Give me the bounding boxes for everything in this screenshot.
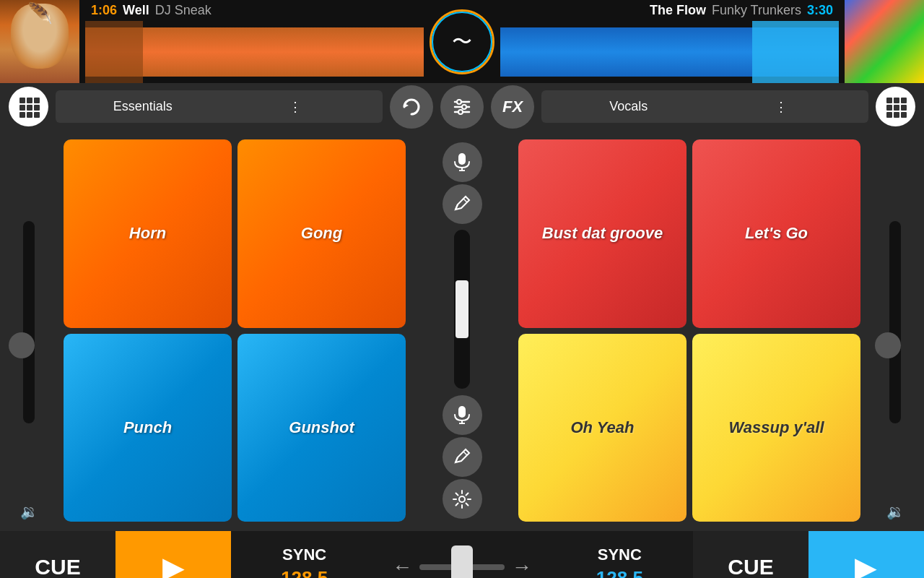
tempo-slider-container: ← → [378, 531, 546, 578]
left-track-section: 1:06 Well DJ Sneak [79, 0, 430, 83]
right-dropdown[interactable]: Vocals ⋮ [541, 90, 868, 123]
tempo-right-arrow[interactable]: → [512, 556, 532, 578]
svg-rect-19 [886, 105, 892, 111]
left-volume-control [23, 141, 35, 503]
left-mic-button[interactable] [443, 142, 482, 182]
left-time: 1:06 [91, 3, 117, 18]
right-waveform[interactable] [500, 21, 839, 83]
svg-point-15 [458, 110, 463, 114]
right-track-section: The Flow Funky Trunkers 3:30 [494, 0, 845, 83]
right-volume-thumb[interactable] [875, 332, 901, 358]
svg-rect-8 [34, 112, 40, 118]
svg-rect-22 [886, 112, 892, 118]
crossfader-handle[interactable] [456, 280, 468, 338]
right-bpm: 128.5 [596, 567, 643, 579]
pad-gong[interactable]: Gong [237, 139, 406, 328]
svg-rect-4 [27, 105, 32, 111]
top-bar: 1:06 Well DJ Sneak 〜 The Flow Funky Trun… [0, 0, 924, 83]
svg-line-34 [463, 452, 467, 455]
left-volume-icon: 🔉 [20, 503, 38, 520]
right-edit-button[interactable] [443, 437, 482, 477]
left-edit-button[interactable] [443, 184, 482, 224]
svg-rect-24 [901, 112, 907, 118]
left-pads-grid: Horn Gong Punch Gunshot [58, 134, 411, 527]
left-play-icon: ▶ [162, 551, 185, 578]
left-grid-button[interactable] [9, 87, 48, 126]
left-track-artist: DJ Sneak [155, 3, 212, 18]
crossfader[interactable] [454, 230, 470, 389]
tempo-left-arrow[interactable]: ← [392, 556, 412, 578]
pad-oh-yeah[interactable]: Oh Yeah [518, 334, 687, 522]
pad-horn[interactable]: Horn [64, 139, 232, 328]
right-dropdown-label: Vocals [552, 99, 705, 114]
svg-rect-21 [901, 105, 907, 111]
settings-button[interactable] [443, 479, 482, 519]
right-volume-track[interactable] [889, 221, 901, 423]
left-bpm: 128.5 [281, 567, 328, 579]
pads-area: 🔉 Horn Gong Punch Gunshot [0, 130, 924, 531]
left-album-art [0, 0, 79, 83]
right-cue-button[interactable]: CUE [693, 531, 808, 578]
right-mic-button[interactable] [443, 395, 482, 435]
right-track-artist: Funky Trunkers [712, 3, 801, 18]
left-side-panel: 🔉 [0, 134, 58, 527]
tempo-thumb[interactable] [451, 545, 473, 578]
left-volume-thumb[interactable] [9, 332, 35, 358]
svg-marker-9 [404, 103, 409, 108]
right-dropdown-dots: ⋮ [705, 99, 858, 115]
left-cue-button[interactable]: CUE [0, 531, 116, 578]
svg-rect-7 [27, 112, 32, 118]
svg-rect-6 [19, 112, 25, 118]
pad-wassup-yall[interactable]: Wassup y'all [692, 334, 860, 522]
pad-bust-dat-groove[interactable]: Bust dat groove [518, 139, 687, 328]
left-play-button[interactable]: ▶ [116, 531, 231, 578]
right-play-button[interactable]: ▶ [808, 531, 924, 578]
svg-rect-1 [27, 98, 32, 103]
right-play-icon: ▶ [855, 551, 877, 578]
left-waveform[interactable] [85, 21, 424, 83]
right-side-panel: 🔉 [866, 134, 924, 527]
svg-rect-30 [458, 406, 466, 418]
right-cue-label: CUE [728, 555, 773, 578]
svg-rect-5 [34, 105, 40, 111]
left-track-info: 1:06 Well DJ Sneak [85, 0, 424, 21]
right-track-name: The Flow [650, 3, 706, 18]
svg-point-14 [462, 105, 466, 109]
left-dropdown-dots: ⋮ [219, 99, 372, 115]
svg-rect-0 [19, 98, 25, 103]
svg-rect-2 [34, 98, 40, 103]
center-column [411, 134, 513, 527]
fx-button[interactable]: FX [491, 85, 534, 129]
svg-line-29 [463, 199, 467, 202]
refresh-button[interactable] [390, 85, 433, 129]
svg-rect-20 [894, 105, 899, 111]
pad-punch[interactable]: Punch [64, 334, 232, 522]
tempo-track[interactable] [419, 564, 504, 570]
pad-lets-go[interactable]: Let's Go [692, 139, 860, 328]
svg-rect-18 [901, 98, 907, 103]
pad-gunshot[interactable]: Gunshot [237, 334, 406, 522]
fx-label: FX [502, 98, 523, 116]
right-album-art [845, 0, 924, 83]
svg-rect-25 [458, 153, 466, 165]
left-dropdown-label: Essentials [66, 99, 219, 114]
svg-rect-16 [886, 98, 892, 103]
svg-point-35 [459, 496, 465, 502]
right-pads-grid: Bust dat groove Let's Go Oh Yeah Wassup … [513, 134, 866, 527]
left-track-name: Well [123, 3, 149, 18]
controls-row: Essentials ⋮ FX Vo [0, 83, 924, 130]
svg-point-13 [457, 100, 461, 104]
right-grid-button[interactable] [876, 87, 915, 126]
left-dropdown[interactable]: Essentials ⋮ [56, 90, 383, 123]
right-volume-control [889, 141, 901, 503]
svg-rect-23 [894, 112, 899, 118]
app-logo[interactable]: 〜 [430, 9, 494, 74]
right-sync-section: SYNC 128.5 [546, 531, 693, 578]
left-cue-label: CUE [35, 555, 80, 578]
logo-wave-icon: 〜 [452, 28, 472, 56]
svg-rect-3 [19, 105, 25, 111]
bottom-transport: CUE ▶ SYNC 128.5 ← → SYNC 128.5 CUE ▶ [0, 531, 924, 578]
left-sync-label: SYNC [282, 545, 326, 564]
eq-button[interactable] [440, 85, 484, 129]
left-volume-track[interactable] [23, 221, 35, 423]
